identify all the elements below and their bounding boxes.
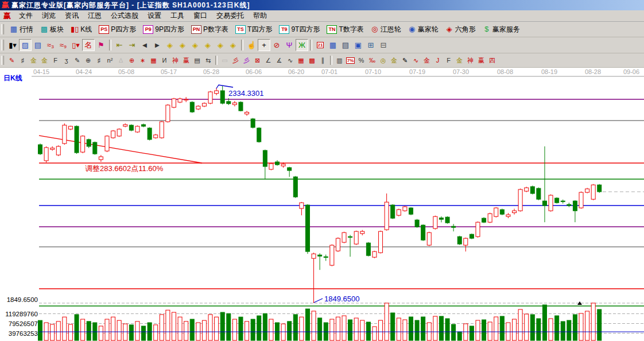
hexagon-button[interactable]: ◈六角形 <box>442 23 479 36</box>
candle-body[interactable] <box>591 185 595 199</box>
square-of-nine-button[interactable]: n² <box>104 55 115 65</box>
gold-angle-button[interactable]: 金 <box>454 55 465 65</box>
wave-red-button[interactable]: ∿ <box>410 55 421 65</box>
candle-body[interactable] <box>555 198 559 203</box>
volume-bar[interactable] <box>111 317 115 340</box>
ying-angle-button[interactable]: 赢 <box>476 55 487 65</box>
save-button[interactable]: ▣ <box>352 39 364 51</box>
candle-body[interactable] <box>421 225 425 240</box>
gold-band-button[interactable]: 金 <box>421 55 432 65</box>
candle-body[interactable] <box>397 210 401 215</box>
pan-hand-button[interactable]: ☝ <box>245 39 258 51</box>
candle-body[interactable] <box>573 201 577 211</box>
overlay-3-chart-button[interactable]: ≈₃ <box>44 39 57 51</box>
t-number-table-button[interactable]: TNT数字表 <box>323 23 367 36</box>
volume-bar[interactable] <box>251 319 255 340</box>
candle-body[interactable] <box>305 205 309 251</box>
candle-body[interactable] <box>257 128 261 142</box>
volume-bar[interactable] <box>208 315 212 340</box>
shift-right-button[interactable]: ◈ <box>176 39 189 51</box>
shen-tool-button[interactable]: 神 <box>170 55 181 65</box>
volume-bar[interactable] <box>348 320 352 340</box>
gold-ratio-ext-button[interactable]: 金 <box>39 55 50 65</box>
period-candle-dropdown-button[interactable]: ▮▾ <box>6 39 19 51</box>
print-button[interactable]: ⊟ <box>377 39 390 51</box>
candle-body[interactable] <box>415 220 419 227</box>
9t-square-button[interactable]: T99T四方形 <box>276 23 323 36</box>
target-circle-button[interactable]: ⊕ <box>126 55 137 65</box>
volume-bar[interactable] <box>68 324 72 340</box>
candle-body[interactable] <box>81 136 85 152</box>
candle-body[interactable] <box>166 105 170 122</box>
candle-body[interactable] <box>391 205 395 218</box>
candle-body[interactable] <box>245 112 249 114</box>
price-grid-2-button[interactable]: ▩ <box>307 55 317 65</box>
candle-body[interactable] <box>579 192 583 208</box>
candle-body[interactable] <box>513 211 517 212</box>
volume-bar[interactable] <box>56 321 60 340</box>
candle-body[interactable] <box>227 102 231 104</box>
candle-body[interactable] <box>518 189 522 211</box>
gold-circle-button[interactable]: ◎ <box>378 55 389 65</box>
volume-bar[interactable] <box>549 319 553 340</box>
candle-body[interactable] <box>354 231 358 244</box>
candle-body[interactable] <box>51 148 55 149</box>
candle-body[interactable] <box>530 187 534 193</box>
chart-layout-button[interactable]: ▨ <box>19 39 32 51</box>
volume-bar[interactable] <box>391 313 395 340</box>
last-page-button[interactable]: ⇥ <box>126 39 138 51</box>
volume-bar[interactable] <box>525 314 529 340</box>
volume-bar[interactable] <box>476 320 480 340</box>
calculator-button[interactable]: ▦ <box>327 39 339 51</box>
candle-body[interactable] <box>506 215 510 216</box>
candle-body[interactable] <box>427 232 431 245</box>
angle-line-2-button[interactable]: ∡ <box>274 55 285 65</box>
candle-body[interactable] <box>215 91 219 94</box>
gann-web-button[interactable]: ∗ <box>137 55 148 65</box>
color-histogram-button[interactable]: ⚑ <box>95 39 107 51</box>
candle-body[interactable] <box>561 201 565 202</box>
volume-bar[interactable] <box>178 317 182 340</box>
candle-body[interactable] <box>470 234 474 238</box>
candle-body[interactable] <box>342 232 346 242</box>
volume-bar[interactable] <box>305 309 309 340</box>
candle-body[interactable] <box>585 189 589 192</box>
candle-body[interactable] <box>373 251 377 257</box>
fan-square-button[interactable]: 彡 <box>241 55 252 65</box>
volume-bar[interactable] <box>415 320 419 340</box>
winner-wheel-button[interactable]: ◉赢家轮 <box>405 23 442 36</box>
menu-设置[interactable]: 设置 <box>143 10 166 22</box>
candle-body[interactable] <box>312 254 316 258</box>
candle-body[interactable] <box>549 195 553 211</box>
kline-button[interactable]: ▮▯K线 <box>67 23 95 36</box>
menu-资讯[interactable]: 资讯 <box>60 10 83 22</box>
candle-body[interactable] <box>232 103 236 104</box>
next-bar-button[interactable]: ► <box>151 39 164 51</box>
volume-bar[interactable] <box>220 312 224 340</box>
candle-body[interactable] <box>488 214 492 222</box>
zoom-cancel-button[interactable]: ⊘ <box>270 39 283 51</box>
volume-bar[interactable] <box>542 305 546 340</box>
gann-shapes-button[interactable]: Ψ <box>283 39 296 51</box>
volume-bar[interactable] <box>202 320 206 340</box>
candle-body[interactable] <box>379 231 383 253</box>
candle-body[interactable] <box>220 91 224 103</box>
volume-bar[interactable] <box>245 321 249 340</box>
menu-江恩[interactable]: 江恩 <box>83 10 106 22</box>
f-angle-button[interactable]: F <box>443 55 454 65</box>
volume-bar[interactable] <box>75 315 79 340</box>
volume-bar[interactable] <box>403 320 407 340</box>
menu-窗口[interactable]: 窗口 <box>189 10 212 22</box>
ying-tool-button[interactable]: 赢 <box>181 55 192 65</box>
period-hash-button[interactable]: ♯ <box>94 55 104 65</box>
first-page-button[interactable]: ⇤ <box>113 39 126 51</box>
candle-style-dropdown-button[interactable]: ▯▾ <box>69 39 82 51</box>
volume-bar[interactable] <box>293 315 297 340</box>
volume-bar[interactable] <box>354 318 358 340</box>
fit-screen-button[interactable]: ◈ <box>227 39 239 51</box>
gann-wheel-button[interactable]: ◎江恩轮 <box>367 23 405 36</box>
candle-body[interactable] <box>172 99 176 107</box>
candle-body[interactable] <box>598 185 602 192</box>
gold-ratio-lines-button[interactable]: 金 <box>28 55 39 65</box>
candle-body[interactable] <box>452 226 456 227</box>
